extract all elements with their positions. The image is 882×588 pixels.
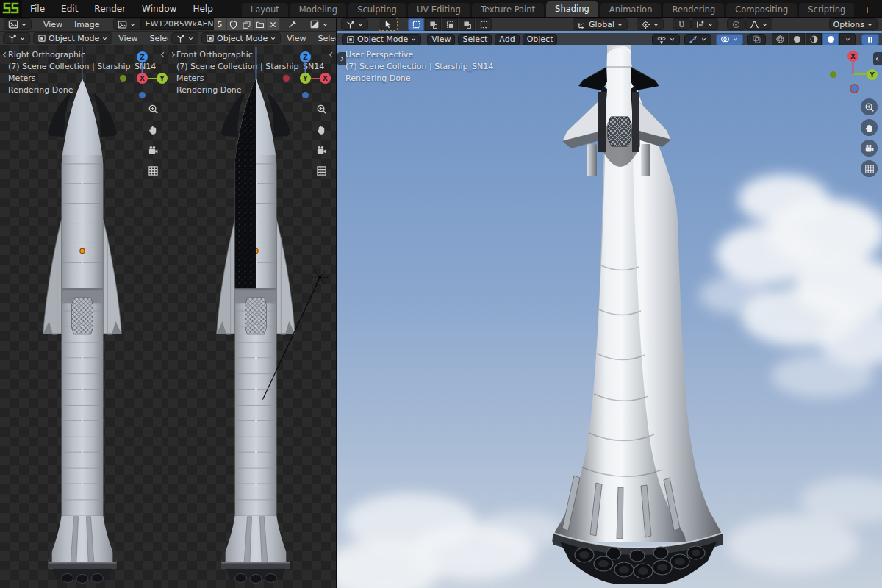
axis-z-ball[interactable]: Z (137, 51, 148, 62)
browse-image-button[interactable] (113, 18, 140, 30)
unlink-image-button[interactable] (267, 18, 280, 30)
snap-toggle-button[interactable] (673, 18, 691, 30)
viewport-right-orthographic[interactable]: Right Orthographic (7) Scene Collection … (0, 45, 168, 588)
axis-navigation-gizmo[interactable]: Z X Y (115, 46, 168, 102)
mode-selector[interactable]: Object Mode (33, 32, 112, 44)
camera-view-icon[interactable] (146, 143, 159, 157)
proportional-editing-toggle[interactable] (727, 18, 745, 30)
camera-view-icon[interactable] (315, 143, 328, 157)
axis-x-ball[interactable]: X (137, 73, 148, 84)
xray-toggle[interactable] (747, 34, 766, 46)
tab-rendering[interactable]: Rendering (663, 3, 724, 17)
menu-render[interactable]: Render (86, 4, 134, 14)
axis-neg-z-dot[interactable] (302, 92, 309, 98)
zoom-icon[interactable] (861, 98, 878, 115)
pivot-point-selector[interactable] (637, 18, 664, 30)
shading-solid-button[interactable] (789, 33, 805, 46)
perspective-toggle-icon[interactable] (315, 164, 328, 177)
shading-wireframe-button[interactable] (772, 33, 788, 46)
mode-selector[interactable]: Object Mode (342, 34, 421, 46)
vp-menu-select[interactable]: Select (458, 34, 492, 46)
fake-user-shield-button[interactable] (227, 18, 240, 30)
axis-navigation-gizmo[interactable]: X Y (826, 45, 882, 101)
snap-with-selector[interactable] (691, 18, 718, 30)
add-workspace-button[interactable]: + (856, 3, 878, 17)
tab-scripting[interactable]: Scripting (799, 3, 854, 17)
toolbar-toggle-icon[interactable] (1, 51, 9, 59)
menu-help[interactable]: Help (184, 4, 220, 14)
editor-type-3d-button[interactable] (171, 32, 198, 44)
tab-shading[interactable]: Shading (546, 1, 598, 17)
axis-y-ball[interactable]: Y (867, 69, 878, 80)
axis-z-dot[interactable] (850, 84, 859, 93)
tab-layout[interactable]: Layout (242, 3, 288, 17)
gizmos-toggle[interactable] (684, 34, 711, 46)
menu-window[interactable]: Window (134, 4, 184, 14)
axis-x-ball[interactable]: X (847, 51, 858, 62)
shading-material-button[interactable] (806, 33, 822, 46)
mode-selector[interactable]: Object Mode (201, 32, 281, 44)
vp-menu-view[interactable]: View (427, 34, 455, 46)
perspective-toggle-icon[interactable] (861, 160, 878, 177)
duplicate-image-button[interactable] (240, 18, 254, 30)
app-logo-icon[interactable] (0, 0, 22, 17)
pause-render-button[interactable] (861, 34, 879, 46)
image-name-field[interactable]: EWT20B5WkAENZI.. (140, 18, 214, 30)
axis-y-ball[interactable]: Y (157, 73, 168, 84)
axis-neg-y-dot[interactable] (120, 75, 126, 82)
tab-compositing[interactable]: Compositing (726, 3, 797, 17)
toolbar-toggle-tab[interactable] (337, 52, 346, 65)
axis-y-ball[interactable]: Y (300, 73, 311, 84)
axis-neg-z-dot[interactable] (139, 92, 146, 98)
options-dropdown[interactable]: Options (829, 18, 878, 30)
editor-type-3d-button[interactable] (3, 32, 30, 44)
editor-type-3d-button[interactable] (341, 18, 368, 30)
tab-animation[interactable]: Animation (600, 3, 662, 17)
zoom-icon[interactable] (146, 102, 159, 115)
vp-menu-view[interactable]: View (112, 34, 143, 43)
open-image-button[interactable] (254, 18, 267, 30)
menu-file[interactable]: File (22, 4, 53, 14)
display-channels-button[interactable] (305, 18, 333, 30)
viewport-user-perspective[interactable]: User Perspective (7) Scene Collection | … (337, 45, 882, 588)
image-menu-image[interactable]: Image (68, 20, 105, 29)
menu-edit[interactable]: Edit (53, 4, 86, 14)
image-menu-view[interactable]: View (37, 20, 68, 29)
tab-sculpting[interactable]: Sculpting (348, 3, 406, 17)
vp-menu-select[interactable]: Select (312, 34, 336, 43)
select-mode-extend-button[interactable] (425, 18, 441, 31)
camera-view-icon[interactable] (861, 140, 878, 157)
axis-neg-y-dot[interactable] (830, 71, 836, 78)
starship-model[interactable] (0, 45, 168, 588)
image-users-count-button[interactable]: 5 (214, 18, 227, 30)
shading-rendered-button[interactable] (822, 33, 839, 46)
select-mode-set-button[interactable] (408, 18, 424, 31)
axis-navigation-gizmo[interactable]: Z Y X (279, 46, 334, 102)
toolbar-toggle-icon[interactable] (169, 51, 177, 59)
perspective-toggle-icon[interactable] (146, 164, 159, 177)
active-tool-select-button[interactable] (379, 18, 398, 31)
vp-menu-view[interactable]: View (281, 34, 312, 43)
zoom-icon[interactable] (315, 102, 328, 115)
vp-menu-object[interactable]: Object (523, 34, 558, 46)
vp-menu-select[interactable]: Select (143, 34, 168, 43)
select-mode-invert-button[interactable] (459, 18, 475, 31)
editor-type-image-button[interactable] (4, 18, 32, 30)
pan-hand-icon[interactable] (315, 123, 328, 136)
starship-model[interactable] (168, 45, 336, 588)
select-mode-subtract-button[interactable] (442, 18, 458, 31)
object-visibility-filter[interactable] (652, 34, 680, 46)
tab-texture-paint[interactable]: Texture Paint (472, 3, 544, 17)
overlays-toggle[interactable] (716, 34, 743, 46)
tab-modeling[interactable]: Modeling (290, 3, 346, 17)
pan-hand-icon[interactable] (146, 123, 159, 136)
vp-menu-add[interactable]: Add (495, 34, 519, 46)
viewport-front-orthographic[interactable]: Front Orthographic (7) Scene Collection … (168, 45, 336, 588)
shading-dropdown[interactable] (839, 33, 856, 46)
pin-icon[interactable] (287, 19, 298, 29)
axis-z-ball[interactable]: Z (300, 51, 311, 62)
proportional-falloff-selector[interactable] (745, 18, 772, 30)
axis-neg-x-dot[interactable] (283, 75, 290, 82)
transform-orientation-selector[interactable]: Global (573, 18, 628, 30)
axis-x-ball[interactable]: X (320, 73, 331, 84)
